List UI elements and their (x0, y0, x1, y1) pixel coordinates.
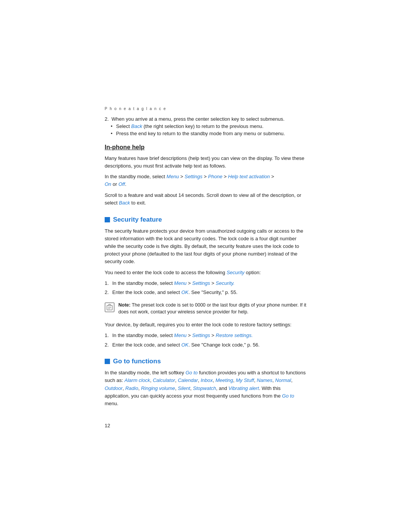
intro-bullet-1: Select Back (the right selection key) to… (111, 123, 306, 129)
note-icon (105, 302, 115, 312)
security-link-2[interactable]: Security. (216, 280, 235, 286)
intro-bullet-2: Press the end key to return to the stand… (111, 131, 306, 136)
outdoor-link[interactable]: Outdoor (105, 385, 123, 391)
settings-link-3[interactable]: Settings (192, 332, 210, 338)
go-to-functions-heading: Go to functions (105, 358, 306, 365)
security-step-2: 2. Enter the lock code, and select OK. S… (105, 289, 306, 296)
security-step-1: 1. In the standby mode, select Menu > Se… (105, 280, 306, 287)
go-to-functions-title: Go to functions (113, 358, 161, 365)
security-feature-icon (105, 217, 110, 222)
security-feature-heading: Security feature (105, 216, 306, 224)
calendar-link[interactable]: Calendar (178, 377, 198, 383)
stopwatch-link[interactable]: Stopwatch (193, 385, 216, 391)
ringing-link[interactable]: Ringing volume (141, 385, 175, 391)
intro-item-1-num: 2. (105, 116, 112, 122)
security-steps-1: 1. In the standby mode, select Menu > Se… (105, 280, 306, 296)
ok-link-2[interactable]: OK (181, 342, 188, 348)
restore-link[interactable]: Restore settings. (216, 332, 253, 338)
goto-link-1[interactable]: Go to (185, 370, 198, 375)
note-box: Note: The preset lock code is set to 000… (105, 300, 306, 318)
security-feature-title: Security feature (113, 216, 162, 224)
note-label: Note: (118, 302, 131, 308)
phone-link-1[interactable]: Phone (208, 174, 223, 179)
security-link[interactable]: Security (226, 270, 244, 275)
mystuff-link[interactable]: My Stuff (236, 377, 254, 383)
security-feature-para1: The security feature protects your devic… (105, 227, 306, 266)
alarm-link[interactable]: Alarm clock (124, 377, 150, 383)
silent-link[interactable]: Silent (178, 385, 190, 391)
note-text: Note: The preset lock code is set to 000… (118, 302, 306, 316)
intro-bullet-list: Select Back (the right selection key) to… (105, 123, 306, 136)
page-number: 12 (105, 423, 306, 428)
names-link[interactable]: Names (257, 377, 272, 383)
back-link-1a[interactable]: Back (131, 123, 142, 129)
intro-list: 2. When you arrive at a menu, press the … (105, 116, 306, 136)
factory-step-2: 2. Enter the lock code, and select OK. S… (105, 341, 306, 349)
normal-link[interactable]: Normal (275, 377, 291, 383)
intro-item-1: 2. When you arrive at a menu, press the … (105, 116, 306, 122)
goto-link-2[interactable]: Go to (282, 393, 294, 399)
factory-step-1: 1. In the standby mode, select Menu > Se… (105, 332, 306, 339)
page-container: P h o n e a t a g l a n c e 2. When you … (0, 0, 411, 532)
radio-link[interactable]: Radio (125, 385, 138, 391)
go-to-functions-icon (105, 359, 110, 364)
off-link[interactable]: Off (118, 181, 125, 187)
section-label: P h o n e a t a g l a n c e (105, 107, 306, 111)
menu-link-3[interactable]: Menu (174, 332, 187, 338)
vibrating-link[interactable]: Vibrating alert (228, 385, 259, 391)
on-link[interactable]: On (105, 181, 111, 187)
in-phone-help-para3: Scroll to a feature and wait about 14 se… (105, 192, 306, 207)
calculator-link[interactable]: Calculator (153, 377, 175, 383)
in-phone-help-para2: In the standby mode, select Menu > Setti… (105, 173, 306, 188)
ok-link-1[interactable]: OK (181, 289, 188, 295)
settings-link-2[interactable]: Settings (192, 280, 210, 286)
settings-link-1[interactable]: Settings (185, 174, 202, 179)
menu-link-2[interactable]: Menu (174, 280, 187, 286)
factory-steps: 1. In the standby mode, select Menu > Se… (105, 332, 306, 348)
meeting-link[interactable]: Meeting (215, 377, 233, 383)
intro-bullet-2-text: Press the end key to return to the stand… (116, 131, 285, 136)
note-body: The preset lock code is set to 0000 or t… (118, 302, 306, 315)
inbox-link[interactable]: Inbox (201, 377, 213, 383)
go-to-functions-para: In the standby mode, the left softkey Go… (105, 369, 306, 407)
security-feature-para2: You need to enter the lock code to acces… (105, 269, 306, 276)
intro-item-1-text: When you arrive at a menu, press the cen… (112, 116, 285, 122)
menu-link-1[interactable]: Menu (167, 174, 179, 179)
in-phone-help-heading: In-phone help (105, 144, 306, 151)
in-phone-help-para1: Many features have brief descriptions (h… (105, 155, 306, 170)
back-link-2[interactable]: Back (119, 200, 130, 206)
factory-settings-intro: Your device, by default, requires you to… (105, 321, 306, 329)
help-text-link[interactable]: Help text activation (228, 174, 270, 179)
note-svg-icon (106, 304, 113, 311)
